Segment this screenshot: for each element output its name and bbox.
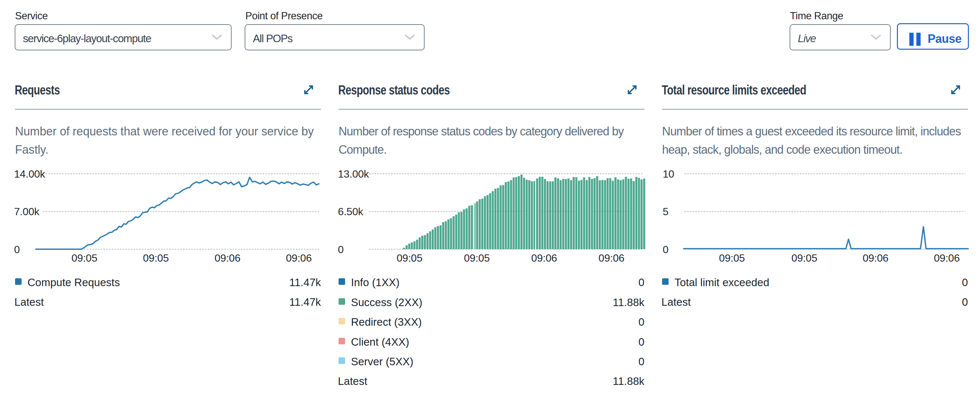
svg-text:09:06: 09:06 [531,252,557,264]
svg-text:09:05: 09:05 [396,252,422,264]
svg-text:13.00k: 13.00k [338,168,369,180]
svg-text:0: 0 [663,244,668,256]
svg-text:7.00k: 7.00k [14,206,40,218]
svg-text:09:05: 09:05 [791,252,817,264]
svg-text:5: 5 [663,206,668,218]
svg-text:09:06: 09:06 [862,252,888,264]
svg-text:09:05: 09:05 [143,252,169,264]
svg-text:14.00k: 14.00k [14,168,46,180]
svg-text:09:05: 09:05 [464,252,490,264]
svg-text:09:06: 09:06 [286,252,312,264]
svg-text:10: 10 [663,168,674,180]
svg-text:6.50k: 6.50k [338,206,363,218]
svg-text:09:05: 09:05 [71,252,97,264]
svg-text:0: 0 [14,244,20,256]
svg-text:09:06: 09:06 [215,252,240,264]
svg-text:09:06: 09:06 [934,252,960,264]
svg-text:0: 0 [338,244,344,256]
svg-text:09:06: 09:06 [598,252,624,264]
svg-text:09:05: 09:05 [719,252,745,264]
